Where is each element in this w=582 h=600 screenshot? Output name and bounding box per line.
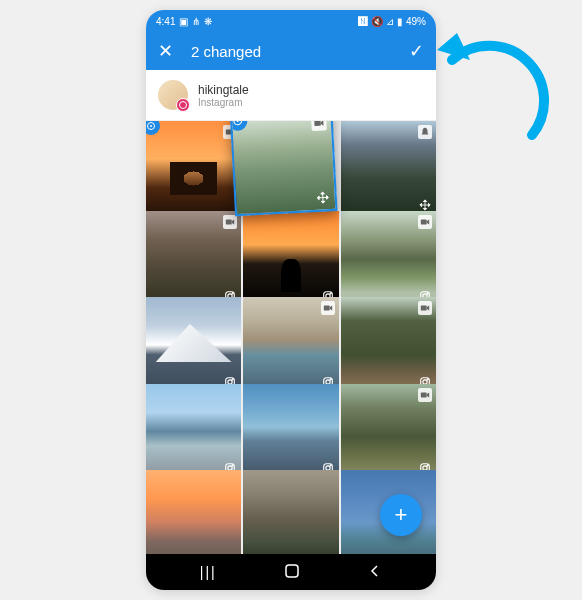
android-nav-bar: |||: [146, 554, 436, 590]
grid-tile[interactable]: [243, 211, 338, 306]
confirm-check-icon[interactable]: ✓: [409, 40, 424, 62]
grid-tile[interactable]: [146, 297, 241, 392]
grid-tile[interactable]: [341, 384, 436, 479]
grid-tile[interactable]: [146, 211, 241, 306]
move-icon: [316, 190, 332, 206]
profile-section[interactable]: hikingtale Instagram: [146, 70, 436, 121]
notification-icon: 🅽: [358, 16, 368, 27]
svg-point-30: [232, 465, 233, 466]
photo-grid: [146, 121, 436, 554]
tutorial-arrow-icon: [422, 25, 552, 155]
status-bar: 4:41 ▣ ⋔ ❋ 🅽 🔇 ⊿ ▮ 49%: [146, 10, 436, 32]
svg-rect-13: [421, 220, 427, 225]
bell-icon: [418, 125, 432, 139]
grid-tile[interactable]: [230, 121, 338, 217]
profile-text: hikingtale Instagram: [198, 83, 249, 108]
video-icon: [418, 301, 432, 315]
home-button[interactable]: [284, 563, 300, 582]
grid-tile[interactable]: [341, 297, 436, 392]
grid-tile[interactable]: [341, 211, 436, 306]
svg-rect-20: [323, 306, 329, 311]
svg-rect-6: [226, 220, 232, 225]
video-icon: [312, 121, 328, 131]
app-bar: ✕ 2 changed ✓: [146, 32, 436, 70]
grid-tile[interactable]: [243, 384, 338, 479]
svg-point-23: [330, 378, 331, 379]
profile-name: hikingtale: [198, 83, 249, 97]
grid-tile[interactable]: [341, 121, 436, 216]
share-icon: ⋔: [192, 16, 200, 27]
recent-apps-button[interactable]: |||: [200, 564, 217, 580]
status-time: 4:41: [156, 16, 175, 27]
instagram-badge-icon: [176, 98, 190, 112]
video-icon: [321, 301, 335, 315]
svg-point-12: [330, 292, 331, 293]
status-left: 4:41 ▣ ⋔ ❋: [156, 16, 212, 27]
app-bar-title: 2 changed: [191, 43, 391, 60]
video-icon: [223, 215, 237, 229]
phone-frame: 4:41 ▣ ⋔ ❋ 🅽 🔇 ⊿ ▮ 49% ✕ 2 changed ✓ hik…: [146, 10, 436, 590]
camera-icon: ▣: [179, 16, 188, 27]
svg-rect-24: [421, 306, 427, 311]
target-icon: [146, 121, 160, 135]
svg-point-16: [427, 292, 428, 293]
plus-icon: +: [395, 502, 408, 528]
grid-tile[interactable]: [146, 470, 241, 554]
svg-point-19: [232, 378, 233, 379]
profile-platform: Instagram: [198, 97, 249, 108]
signal-icon: ▮: [397, 16, 403, 27]
svg-rect-34: [421, 392, 427, 397]
grid-tile[interactable]: [146, 121, 241, 216]
svg-point-1: [150, 125, 152, 127]
grid-tile[interactable]: [146, 384, 241, 479]
leaf-icon: ❋: [204, 16, 212, 27]
grid-tile[interactable]: [243, 470, 338, 554]
video-icon: [418, 215, 432, 229]
svg-point-37: [427, 465, 428, 466]
svg-point-9: [232, 292, 233, 293]
back-button[interactable]: [368, 564, 382, 581]
grid-tile[interactable]: [243, 297, 338, 392]
wifi-icon: ⊿: [386, 16, 394, 27]
svg-rect-5: [315, 121, 322, 126]
avatar: [158, 80, 188, 110]
volume-off-icon: 🔇: [371, 16, 383, 27]
status-right: 🅽 🔇 ⊿ ▮ 49%: [358, 16, 426, 27]
svg-point-33: [330, 465, 331, 466]
video-icon: [418, 388, 432, 402]
svg-point-27: [427, 378, 428, 379]
add-fab-button[interactable]: +: [380, 494, 422, 536]
close-icon[interactable]: ✕: [158, 40, 173, 62]
svg-point-4: [237, 121, 239, 122]
svg-rect-38: [286, 565, 298, 577]
target-icon: [230, 121, 248, 131]
battery-text: 49%: [406, 16, 426, 27]
